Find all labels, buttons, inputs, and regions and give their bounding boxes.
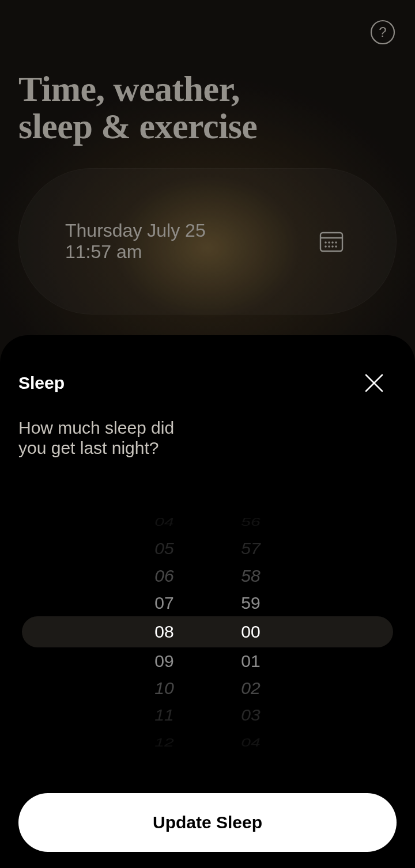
hour-option[interactable]: 11 — [147, 703, 182, 727]
svg-point-11 — [335, 245, 337, 248]
page-title-line2: sleep & exercise — [18, 108, 257, 145]
hour-option[interactable]: 07 — [147, 589, 182, 616]
minute-option[interactable]: 57 — [233, 536, 268, 560]
calendar-icon — [319, 229, 344, 254]
minute-option[interactable]: 02 — [233, 674, 268, 702]
svg-point-10 — [331, 245, 334, 248]
minute-option[interactable]: 59 — [233, 589, 268, 616]
svg-point-6 — [331, 241, 334, 244]
update-sleep-button[interactable]: Update Sleep — [18, 793, 397, 852]
minute-option[interactable]: 56 — [233, 512, 268, 531]
hour-option[interactable]: 12 — [147, 733, 182, 752]
svg-point-7 — [335, 241, 337, 244]
hour-selected[interactable]: 08 — [147, 616, 182, 647]
svg-rect-2 — [320, 233, 342, 251]
sheet-header: Sleep — [18, 373, 397, 395]
svg-point-4 — [325, 241, 327, 244]
page-title: Time, weather, sleep & exercise — [18, 70, 257, 145]
page-title-line1: Time, weather, — [18, 70, 257, 108]
date-time-text: Thursday July 25 11:57 am — [65, 221, 206, 262]
minute-option[interactable]: 01 — [233, 647, 268, 674]
sheet-title: Sleep — [18, 373, 65, 393]
minute-option[interactable]: 03 — [233, 703, 268, 727]
hour-option[interactable]: 09 — [147, 647, 182, 674]
minute-option[interactable]: 58 — [233, 562, 268, 589]
date-label: Thursday July 25 — [65, 221, 206, 241]
hour-option[interactable]: 04 — [147, 512, 182, 531]
minute-option[interactable]: 04 — [233, 733, 268, 752]
svg-point-8 — [325, 245, 327, 248]
svg-point-5 — [328, 241, 330, 244]
hour-option[interactable]: 10 — [147, 674, 182, 702]
svg-point-9 — [328, 245, 330, 248]
sleep-bottom-sheet: Sleep How much sleep did you get last ni… — [0, 335, 415, 868]
time-label: 11:57 am — [65, 242, 206, 262]
close-icon[interactable] — [362, 371, 386, 395]
svg-text:?: ? — [379, 24, 386, 40]
hour-option[interactable]: 05 — [147, 536, 182, 560]
sheet-question: How much sleep did you get last night? — [18, 418, 203, 458]
help-icon[interactable]: ? — [370, 20, 395, 45]
date-time-card[interactable]: Thursday July 25 11:57 am — [18, 168, 397, 314]
minute-selected[interactable]: 00 — [233, 616, 268, 647]
hour-option[interactable]: 06 — [147, 562, 182, 589]
duration-picker[interactable]: 0456 0557 0658 0759 0800 0901 1002 1103 … — [22, 508, 393, 738]
